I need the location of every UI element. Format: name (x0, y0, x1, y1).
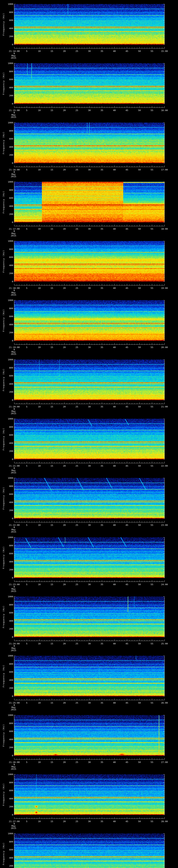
x-tick-label: 10 (32, 287, 46, 289)
y-axis-title: Frequency (Hz) (2, 250, 5, 273)
x-tick-label: 25 (70, 406, 84, 408)
x-tick-label: 40 (108, 643, 121, 645)
y-tick-label: 800 (5, 248, 13, 250)
spectrogram-panel-8: Frequency (Hz)02004006008001000510152025… (0, 415, 178, 474)
y-tick-label: 1000 (5, 181, 13, 183)
y-tick-label: 1000 (5, 477, 13, 479)
x-tick-label: 15 (45, 761, 59, 763)
x-tick-label: 50 (132, 702, 146, 704)
y-tick-label: 0 (5, 340, 13, 342)
date-line: 2015 (11, 175, 16, 178)
x-tick-label: 30 (82, 406, 96, 408)
y-tick-label: 400 (5, 87, 13, 89)
end-time-label: 16:00 (157, 109, 172, 112)
x-tick-label: 25 (70, 702, 84, 704)
y-tick-label: 600 (5, 671, 13, 673)
x-tick-label: 35 (95, 643, 109, 645)
y-tick-label: 0 (5, 221, 13, 223)
y-tick-label: 600 (5, 256, 13, 258)
y-tick-label: 400 (5, 383, 13, 385)
x-tick-label: 45 (120, 406, 134, 408)
y-axis-title: Frequency (Hz) (2, 369, 5, 391)
x-tick-label: 50 (132, 820, 146, 823)
x-tick-label: 45 (120, 643, 134, 645)
x-tick-label: 45 (120, 583, 134, 586)
x-tick-label: 30 (82, 702, 96, 704)
y-tick-label: 1000 (5, 714, 13, 716)
y-tick-label: 0 (5, 162, 13, 164)
x-tick-label: 25 (70, 524, 84, 526)
spectrogram-panel-3: Frequency (Hz)02004006008001000510152025… (0, 119, 178, 178)
y-tick-label: 800 (5, 841, 13, 843)
x-tick-label: 20 (57, 820, 71, 823)
end-time-label: 15:00 (157, 50, 172, 52)
y-tick-label: 0 (5, 636, 13, 638)
y-tick-label: 400 (5, 857, 13, 859)
date-line: 2015 (11, 827, 16, 829)
x-tick-label: 15 (45, 50, 59, 52)
x-tick-label: 40 (108, 287, 121, 289)
y-tick-label: 1000 (5, 299, 13, 301)
y-tick-label: 200 (5, 450, 13, 452)
y-tick-label: 0 (5, 399, 13, 401)
y-tick-label: 800 (5, 781, 13, 784)
y-tick-label: 200 (5, 687, 13, 689)
y-tick-label: 1000 (5, 122, 13, 124)
y-tick-label: 800 (5, 485, 13, 487)
y-tick-label: 1000 (5, 595, 13, 598)
y-tick-label: 1000 (5, 773, 13, 775)
spectrogram-panel-2: Frequency (Hz)02004006008001000510152025… (0, 59, 178, 119)
x-tick-label: 20 (57, 583, 71, 586)
x-tick-label: 30 (82, 465, 96, 467)
end-time-label: 26:00 (157, 702, 172, 704)
x-tick-label: 15 (45, 287, 59, 289)
y-axis-title: Frequency (Hz) (2, 665, 5, 687)
spectrogram-panel-6: Frequency (Hz)02004006008001000510152025… (0, 296, 178, 355)
x-tick-label: 35 (95, 406, 109, 408)
x-tick-label: 25 (70, 465, 84, 467)
y-tick-label: 200 (5, 272, 13, 275)
date-line: 2015 (11, 57, 16, 59)
date-line: 2015 (11, 768, 16, 770)
x-tick-label: 30 (82, 524, 96, 526)
y-tick-label: 600 (5, 434, 13, 436)
x-tick-label: 45 (120, 50, 134, 52)
y-tick-label: 200 (5, 332, 13, 334)
x-tick-label: 25 (70, 168, 84, 171)
x-tick-label: 50 (132, 583, 146, 586)
y-tick-label: 1000 (5, 359, 13, 361)
x-tick-label: 10 (32, 820, 46, 823)
y-tick-label: 400 (5, 264, 13, 267)
y-tick-label: 600 (5, 730, 13, 733)
y-tick-label: 600 (5, 138, 13, 140)
x-tick-label: 10 (32, 702, 46, 704)
y-tick-label: 600 (5, 612, 13, 614)
x-tick-label: 40 (108, 50, 121, 52)
x-tick-label: 50 (132, 406, 146, 408)
x-tick-label: 30 (82, 346, 96, 348)
x-tick-label: 10 (32, 50, 46, 52)
x-tick-label: 45 (120, 109, 134, 112)
x-tick-label: 35 (95, 465, 109, 467)
date-line: 2015 (11, 471, 16, 474)
y-tick-label: 600 (5, 848, 13, 851)
x-tick-label: 35 (95, 168, 109, 171)
y-tick-label: 200 (5, 746, 13, 749)
y-tick-label: 0 (5, 814, 13, 816)
y-tick-label: 800 (5, 603, 13, 606)
y-tick-label: 600 (5, 197, 13, 199)
x-tick-label: 40 (108, 702, 121, 704)
x-tick-label: 40 (108, 406, 121, 408)
x-tick-label: 15 (45, 346, 59, 348)
x-tick-label: 20 (57, 50, 71, 52)
x-tick-label: 25 (70, 228, 84, 230)
x-tick-label: 50 (132, 761, 146, 763)
y-tick-label: 0 (5, 43, 13, 45)
x-tick-label: 15 (45, 465, 59, 467)
x-tick-label: 25 (70, 50, 84, 52)
x-tick-label: 30 (82, 643, 96, 645)
x-tick-label: 25 (70, 583, 84, 586)
y-tick-label: 600 (5, 493, 13, 495)
x-tick-label: 10 (32, 643, 46, 645)
end-time-label: 21:00 (157, 406, 172, 408)
